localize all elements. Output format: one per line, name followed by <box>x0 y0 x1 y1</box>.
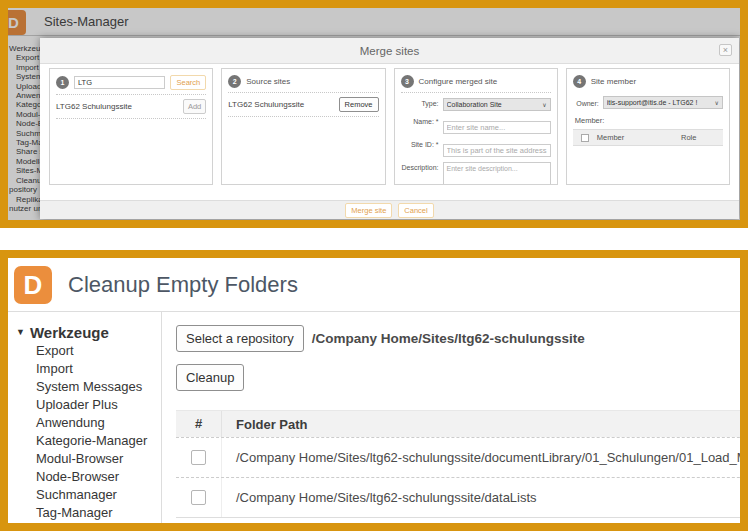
row-checkbox[interactable] <box>191 450 206 465</box>
step2-source-sites-panel: 2 Source sites LTG62 Schulungssite Remov… <box>221 68 385 185</box>
merge-site-button[interactable]: Merge site <box>345 203 392 218</box>
source-site-label: LTG62 Schulungssite <box>228 100 333 109</box>
sidebar-item-tag-manager[interactable]: Tag-Manager <box>8 504 161 522</box>
step2-badge: 2 <box>228 75 241 88</box>
tools-sidebar: ▼ Werkzeuge Export Import System Message… <box>8 312 162 523</box>
step3-badge: 3 <box>401 75 414 88</box>
remove-button[interactable]: Remove <box>339 97 379 112</box>
sidebar-item-export[interactable]: Export <box>8 342 161 360</box>
siteid-label: Site ID: * <box>401 139 443 157</box>
cleanup-empty-folders-screenshot: D Cleanup Empty Folders ▼ Werkzeuge Expo… <box>0 250 748 531</box>
cancel-button[interactable]: Cancel <box>398 203 433 218</box>
type-select[interactable]: Collaboration Site ∨ <box>443 98 551 111</box>
row-checkbox[interactable] <box>191 490 206 505</box>
step4-badge: 4 <box>573 75 586 88</box>
step1-badge: 1 <box>56 76 69 89</box>
chevron-down-icon: ∨ <box>542 101 546 108</box>
folder-table-header: # Folder Path <box>176 411 748 437</box>
siteid-input[interactable] <box>443 144 551 157</box>
step3-title: Configure merged site <box>419 77 498 86</box>
main-content: Select a repository /Company Home/Sites/… <box>162 312 748 523</box>
owner-select[interactable]: itis-support@itis.de - LTG62 ! ∨ <box>603 96 723 109</box>
sites-manager-screenshot: D Sites-Manager Werkzeuge Export Import … <box>0 0 748 228</box>
type-label: Type: <box>401 98 443 111</box>
owner-label: Owner: <box>573 98 603 107</box>
sidebar-item-suchmanager[interactable]: Suchmanager <box>8 486 161 504</box>
member-table: Member Role <box>573 129 723 146</box>
sidebar-item-system-messages[interactable]: System Messages <box>8 378 161 396</box>
select-all-checkbox[interactable] <box>581 134 589 142</box>
table-row: /Company Home/Sites/ltg62-schulungssite/… <box>176 437 748 477</box>
sidebar-item-anwendung[interactable]: Anwendung <box>8 414 161 432</box>
step1-search-panel: 1 Search LTG62 Schulungssite Add <box>49 68 213 185</box>
name-label: Name: * <box>401 116 443 134</box>
cleanup-button[interactable]: Cleanup <box>176 364 244 391</box>
sidebar-item-kategorie-manager[interactable]: Kategorie-Manager <box>8 432 161 450</box>
folder-path-cell: /Company Home/Sites/ltg62-schulungssite/… <box>222 450 748 465</box>
add-button[interactable]: Add <box>183 99 206 114</box>
close-icon[interactable]: × <box>719 44 732 56</box>
dialog-footer: Merge site Cancel <box>40 200 739 219</box>
name-input[interactable] <box>443 121 551 134</box>
member-column-header: Member <box>597 133 681 142</box>
sidebar-group-werkzeuge[interactable]: ▼ Werkzeuge <box>8 322 161 342</box>
app-logo-icon: D <box>14 266 52 304</box>
site-search-input[interactable] <box>74 76 165 89</box>
search-result-label: LTG62 Schulungssite <box>56 102 178 111</box>
table-row: /Company Home/Sites/ltg62-schulungssite/… <box>176 477 748 517</box>
page-title: Cleanup Empty Folders <box>68 258 298 312</box>
sidebar-item-import[interactable]: Import <box>8 360 161 378</box>
dialog-title: Merge sites <box>360 45 419 57</box>
description-textarea[interactable] <box>443 162 551 185</box>
number-column-header: # <box>176 411 222 437</box>
collapse-triangle-icon: ▼ <box>16 327 25 337</box>
dialog-header: Merge sites × <box>40 38 739 64</box>
repository-path: /Company Home/Sites/ltg62-schulungssite <box>312 331 585 346</box>
folder-table: # Folder Path /Company Home/Sites/ltg62-… <box>176 410 748 518</box>
sidebar-item-modul-browser[interactable]: Modul-Browser <box>8 450 161 468</box>
step3-configure-panel: 3 Configure merged site Type: Collaborat… <box>394 68 558 185</box>
folder-path-column-header: Folder Path <box>222 417 748 432</box>
sidebar-item-uploader-plus[interactable]: Uploader Plus <box>8 396 161 414</box>
step2-title: Source sites <box>246 77 290 86</box>
sidebar-item-node-browser[interactable]: Node-Browser <box>8 468 161 486</box>
description-label: Description: <box>401 162 443 185</box>
select-repository-button[interactable]: Select a repository <box>176 325 304 352</box>
step4-title: Site member <box>591 77 636 86</box>
search-button[interactable]: Search <box>170 75 206 90</box>
member-label: Member: <box>575 116 723 125</box>
chevron-down-icon: ∨ <box>715 99 719 106</box>
merge-sites-dialog: Merge sites × 1 Search LTG62 Schulungssi… <box>40 38 739 219</box>
app-header: D Cleanup Empty Folders <box>8 258 740 312</box>
step4-site-member-panel: 4 Site member Owner: itis-support@itis.d… <box>566 68 730 185</box>
folder-path-cell: /Company Home/Sites/ltg62-schulungssite/… <box>222 490 748 505</box>
role-column-header: Role <box>681 133 723 142</box>
